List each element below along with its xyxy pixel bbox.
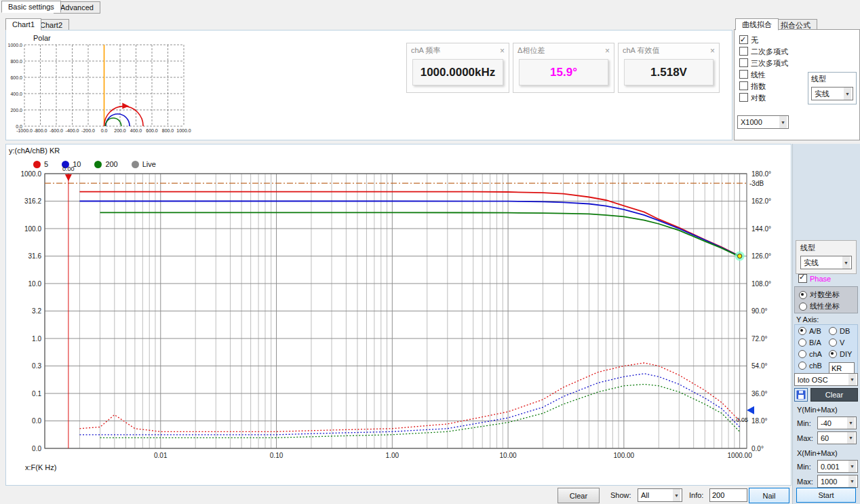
show-select[interactable]: All ▼ [638,488,682,502]
close-icon[interactable]: × [710,46,715,56]
tick-label: 200.0 [10,108,22,113]
radio-icon[interactable] [798,350,806,358]
tick-label: 0.3 [32,362,41,370]
tick-label: 1.00 [386,452,399,459]
tick-label: 1000.0 [8,43,23,47]
top-panel: Polar 1000.0800.0600.0400.0200.00.0-1000… [5,30,732,140]
fit-option-2[interactable]: 三次多项式 [739,58,788,69]
tick-label: 0.0° [751,445,764,452]
radio-ba[interactable]: B/A [798,338,821,347]
checkbox-icon[interactable] [739,35,748,44]
radio-ab[interactable]: A/B [798,327,821,335]
linetype-value: 实线 [804,258,819,268]
radio-icon[interactable] [829,338,837,347]
checkbox-icon[interactable] [739,81,748,90]
legend-item-5[interactable]: 5 [33,160,48,168]
right-control-panel: 线型 实线 ▼ Phase 对数坐标 线性坐标 Y Axis: A [792,144,860,504]
info-label: Info: [689,491,703,499]
tick-label: 126.0° [751,252,771,260]
save-button[interactable] [794,388,808,402]
radio-chb[interactable]: chB [798,362,822,370]
linetype-label: 线型 [800,243,815,253]
tick-label: 0.0 [32,417,41,425]
polar-arc-1 [106,114,130,126]
measurement-cha-frequency: chA 频率 × 1000.0000kHz [406,43,509,93]
tick-label: 10.0 [28,280,42,288]
y-max-label: Max: [797,434,813,442]
fit-linetype-select[interactable]: 实线 ▼ [811,87,853,100]
checkbox-icon[interactable] [739,70,748,79]
x-min-label: Min: [797,463,811,471]
tick-label: 0.0 [101,128,108,133]
radio-icon[interactable] [799,303,807,311]
tick-label: 180.0° [751,170,771,178]
linetype-select[interactable]: 实线 ▼ [800,256,852,269]
tab-basic-settings[interactable]: Basic settings [1,1,61,13]
diy-unit-input[interactable] [829,362,855,374]
tab-chart1[interactable]: Chart1 [5,18,41,31]
radio-cha[interactable]: chA [798,350,822,358]
x-min-select[interactable]: 0.001 ▼ [817,460,858,473]
info-input[interactable] [709,488,747,502]
checkbox-icon[interactable] [739,58,748,67]
legend-dot-icon [132,161,139,168]
radio-icon[interactable] [829,327,837,335]
y-axis-section-label: Y Axis: [796,315,819,324]
radio-icon[interactable] [799,291,807,299]
tab-curve-fit[interactable]: 曲线拟合 [735,18,779,31]
radio-v[interactable]: V [829,338,844,347]
legend-item-Live[interactable]: Live [132,160,156,168]
y-min-select[interactable]: -40 ▼ [817,416,857,429]
radio-diy[interactable]: DIY [829,350,852,358]
right-marker[interactable] [747,406,754,414]
checkbox-icon[interactable] [739,47,748,56]
tick-label: 54.0° [751,362,767,370]
polar-arrow-icon [122,103,129,109]
multiplier-value: X1000 [741,118,762,126]
fit-option-0[interactable]: 无 [739,35,788,46]
fit-option-4[interactable]: 指数 [739,81,788,92]
fit-option-1[interactable]: 二次多项式 [739,46,788,58]
radio-icon[interactable] [798,362,806,370]
radio-icon[interactable] [798,338,806,347]
x-max-select[interactable]: 1000 ▼ [817,475,858,488]
y-minmax-label: Y(Min+Max) [797,406,838,414]
y-axis-title: y:(chA/chB) KR [9,147,60,155]
device-select[interactable]: loto OSC ▼ [794,373,858,386]
clear-data-button[interactable]: Clear [810,388,858,402]
cursor-value: 0.00 [62,166,75,172]
linetype-label: 线型 [811,74,826,84]
close-icon[interactable]: × [500,46,505,56]
radio-db[interactable]: DB [829,327,850,335]
chevron-down-icon: ▼ [847,432,855,444]
chevron-down-icon: ▼ [779,116,787,128]
fit-options-list: 无二次多项式三次多项式线性指数对数 [739,35,788,104]
checkbox-icon[interactable] [798,274,807,283]
y-max-select[interactable]: 60 ▼ [817,431,857,444]
radio-icon[interactable] [829,350,837,358]
end-marker[interactable] [737,254,741,258]
cursor-handle[interactable] [65,174,72,181]
phase-checkbox[interactable]: Phase [798,274,831,283]
fit-option-label: 对数 [751,94,766,102]
fit-option-3[interactable]: 线性 [739,69,788,81]
radio-linear-coordinates[interactable]: 线性坐标 [799,301,840,311]
close-icon[interactable]: × [605,46,610,56]
measurement-value: 15.9° [519,59,608,85]
radio-log-coordinates[interactable]: 对数坐标 [799,290,840,300]
fit-linetype-group: 线型 实线 ▼ [808,72,857,104]
fit-option-label: 线性 [751,71,766,79]
legend-item-200[interactable]: 200 [94,160,117,168]
checkbox-icon[interactable] [739,93,748,102]
tick-label: 1000.0 [20,170,41,178]
radio-icon[interactable] [798,327,806,335]
clear-chart-button[interactable]: Clear [558,488,600,503]
show-value: All [641,491,649,499]
start-button[interactable]: Start [796,488,856,503]
fit-option-5[interactable]: 对数 [739,92,788,104]
nail-button[interactable]: Nail [749,488,789,503]
ref-line-label: -3dB [749,180,764,187]
multiplier-select[interactable]: X1000 ▼ [737,115,789,129]
y-min-label: Min: [797,419,811,427]
bode-chart: -3dB0.000.051000.0316.2100.031.610.03.21… [45,174,747,448]
